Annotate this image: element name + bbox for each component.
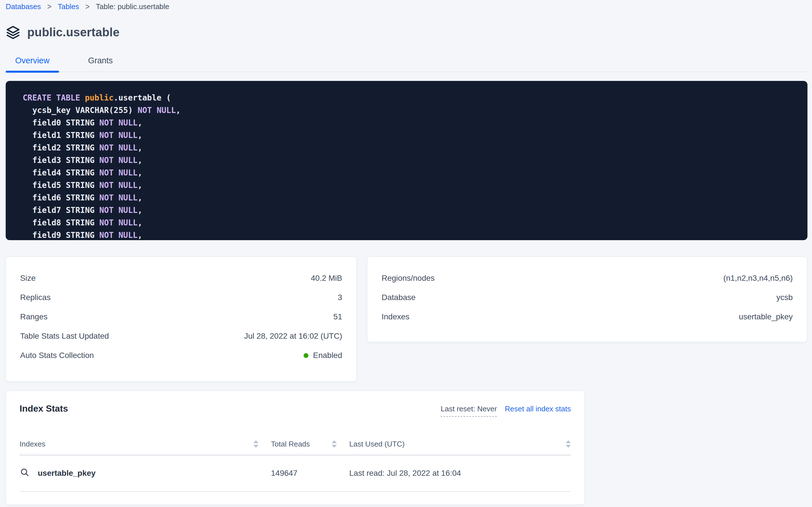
stat-value: 40.2 MiB: [311, 274, 342, 283]
active-tab-underline: [6, 71, 59, 73]
sql-code-line: field4 STRING NOT NULL,: [23, 167, 796, 179]
sql-code-line: field2 STRING NOT NULL,: [23, 142, 796, 154]
last-used-value: Last read: Jul 28, 2022 at 16:04: [349, 469, 571, 478]
stat-value: Enabled: [304, 351, 342, 360]
stat-label: Regions/nodes: [382, 274, 435, 283]
stat-label: Size: [20, 274, 36, 283]
stat-label: Auto Stats Collection: [20, 351, 94, 360]
stat-row-indexes: Indexes usertable_pkey: [382, 307, 793, 327]
index-table-row: usertable_pkey 149647 Last read: Jul 28,…: [19, 455, 571, 492]
last-reset-label: Last reset: Never: [441, 404, 497, 417]
stat-label: Indexes: [382, 312, 410, 321]
column-header-last-used[interactable]: Last Used (UTC): [349, 440, 571, 449]
breadcrumb: Databases > Tables > Table: public.usert…: [6, 2, 169, 11]
stat-value: (n1,n2,n3,n4,n5,n6): [724, 274, 793, 283]
stat-row-regions-nodes: Regions/nodes (n1,n2,n3,n4,n5,n6): [382, 269, 793, 288]
tab-grants-label: Grants: [88, 56, 113, 65]
stat-row-replicas: Replicas 3: [20, 288, 342, 307]
index-table-header: Indexes Total Reads Last Used (UTC): [19, 433, 571, 455]
sql-code-line: field6 STRING NOT NULL,: [23, 191, 796, 204]
sql-code-line: field7 STRING NOT NULL,: [23, 204, 796, 217]
stat-value: ycsb: [776, 293, 793, 302]
sql-code-line: ycsb_key VARCHAR(255) NOT NULL,: [23, 104, 796, 117]
sql-code-line: field5 STRING NOT NULL,: [23, 179, 796, 191]
sql-code-line: field8 STRING NOT NULL,: [23, 217, 796, 229]
index-name: usertable_pkey: [38, 469, 96, 478]
reset-index-stats-link[interactable]: Reset all index stats: [505, 404, 571, 413]
sort-icon: [566, 440, 571, 448]
index-name-link[interactable]: usertable_pkey: [19, 467, 258, 480]
page-header: public.usertable: [6, 24, 119, 41]
stat-row-auto-stats: Auto Stats Collection Enabled: [20, 346, 342, 365]
column-label: Indexes: [19, 440, 45, 449]
column-header-total-reads[interactable]: Total Reads: [271, 440, 337, 449]
stat-label: Replicas: [20, 293, 51, 302]
index-stats-controls: Last reset: Never Reset all index stats: [441, 404, 571, 417]
sql-code-line: field3 STRING NOT NULL,: [23, 154, 796, 167]
stat-row-size: Size 40.2 MiB: [20, 269, 342, 288]
index-stats-header: Index Stats Last reset: Never Reset all …: [19, 403, 571, 417]
table-meta-card: Regions/nodes (n1,n2,n3,n4,n5,n6) Databa…: [367, 257, 807, 342]
stat-value: usertable_pkey: [739, 312, 793, 321]
table-details-page: Databases > Tables > Table: public.usert…: [0, 0, 812, 507]
sort-icon: [253, 440, 258, 448]
stat-row-ranges: Ranges 51: [20, 307, 342, 327]
tab-overview-label: Overview: [15, 56, 50, 65]
layers-stack-icon: [6, 25, 20, 40]
stat-label: Database: [382, 293, 416, 302]
sort-icon: [332, 440, 337, 448]
breadcrumb-link-tables[interactable]: Tables: [58, 2, 79, 11]
stat-row-stats-last-updated: Table Stats Last Updated Jul 28, 2022 at…: [20, 327, 342, 346]
column-header-indexes[interactable]: Indexes: [19, 440, 258, 449]
chevron-right-icon: >: [85, 2, 90, 12]
stat-value: 3: [337, 293, 342, 302]
stat-value: Jul 28, 2022 at 16:02 (UTC): [244, 332, 342, 341]
index-stats-card: Index Stats Last reset: Never Reset all …: [6, 391, 585, 505]
index-stats-title: Index Stats: [19, 403, 68, 414]
stat-row-database: Database ycsb: [382, 288, 793, 307]
breadcrumb-current: Table: public.usertable: [96, 2, 169, 11]
tab-overview[interactable]: Overview: [6, 56, 59, 71]
sql-code-line: field1 STRING NOT NULL,: [23, 129, 796, 142]
stat-label: Ranges: [20, 312, 48, 321]
chevron-right-icon: >: [47, 2, 51, 12]
tab-grants[interactable]: Grants: [87, 56, 114, 71]
page-title: public.usertable: [27, 25, 119, 39]
sql-code-line: field9 STRING NOT NULL,: [23, 229, 796, 240]
stat-label: Table Stats Last Updated: [20, 332, 109, 341]
column-label: Total Reads: [271, 440, 310, 449]
status-text: Enabled: [313, 351, 342, 360]
sql-code-line: CREATE TABLE public.usertable (: [23, 92, 796, 104]
sql-code-line: field0 STRING NOT NULL,: [23, 117, 796, 129]
tab-bar: Overview Grants: [6, 52, 807, 72]
status-enabled-dot-icon: [304, 353, 308, 358]
column-label: Last Used (UTC): [349, 440, 404, 449]
stat-value: 51: [333, 312, 342, 321]
breadcrumb-link-databases[interactable]: Databases: [6, 2, 41, 11]
search-icon: [19, 467, 30, 480]
total-reads-value: 149647: [271, 469, 337, 478]
create-table-statement: CREATE TABLE public.usertable (ycsb_key …: [6, 81, 807, 240]
table-overview-card: Size 40.2 MiB Replicas 3 Ranges 51 Table…: [6, 257, 357, 382]
